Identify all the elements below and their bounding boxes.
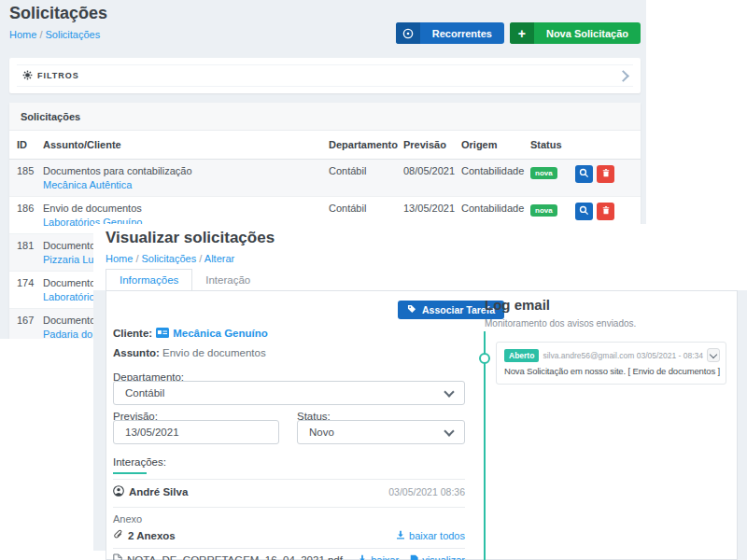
row-id: 174 — [17, 277, 35, 302]
interaction-timestamp: 03/05/2021 08:36 — [388, 486, 465, 497]
divider — [113, 479, 465, 480]
recurrent-button[interactable]: Recorrentes — [396, 22, 504, 44]
magnifier-icon — [579, 204, 589, 218]
row-client-link[interactable]: Mecânica Autêntica — [43, 179, 321, 190]
breadcrumb-home-link[interactable]: Home — [9, 29, 36, 40]
chevron-down-icon — [444, 386, 454, 397]
row-origin: Contabilidade — [461, 165, 523, 190]
paperclip-icon — [113, 529, 123, 541]
forecast-input[interactable] — [113, 420, 279, 444]
interaction-author-row: André Silva 03/05/2021 08:36 — [113, 485, 465, 498]
filters-row: FILTROS — [17, 64, 633, 87]
tag-icon — [407, 304, 416, 315]
subject-value: Envio de documentos — [162, 347, 266, 358]
view-request-button[interactable] — [575, 203, 593, 220]
interaction-author: André Silva — [129, 486, 188, 497]
magnifier-icon — [579, 167, 589, 181]
interactions-section-label: Interações: — [113, 456, 166, 468]
log-email-subtitle: Monitoramento dos avisos enviados. — [485, 318, 636, 329]
gear-icon — [22, 70, 33, 82]
delete-request-button[interactable] — [597, 165, 614, 183]
id-card-icon — [156, 325, 169, 342]
table-header: ID Assunto/Cliente Departamento Previsão… — [9, 131, 641, 160]
department-select[interactable]: Contábil — [113, 381, 465, 405]
breadcrumb-current[interactable]: Alterar — [204, 253, 234, 264]
row-id: 181 — [17, 240, 35, 265]
person-icon — [113, 485, 124, 498]
page-actions: Recorrentes + Nova Solicitação — [396, 22, 641, 44]
view-page-title: Visualizar solicitações — [106, 229, 275, 247]
new-request-button-label: Nova Solicitação — [534, 22, 641, 44]
client-link[interactable]: Mecânica Genuíno — [173, 328, 268, 339]
email-status-badge: Aberto — [504, 349, 539, 362]
col-origin: Origem — [461, 139, 523, 150]
chevron-down-icon — [710, 350, 717, 357]
timeline-node — [479, 353, 490, 364]
row-subject: Documento — [43, 240, 95, 251]
download-file-link[interactable]: baixar — [358, 554, 399, 560]
tab-interacao[interactable]: Interação — [192, 269, 263, 290]
subject-label: Assunto: — [113, 347, 160, 358]
row-subject: Envio de documentos — [43, 203, 142, 214]
log-email-title: Log email — [485, 297, 550, 313]
breadcrumb-separator: / — [135, 253, 138, 264]
row-forecast: 08/05/2021 — [403, 165, 454, 190]
row-id: 186 — [17, 203, 35, 228]
breadcrumb-current[interactable]: Solicitações — [46, 29, 101, 40]
filters-title: FILTROS — [22, 70, 79, 82]
row-id: 185 — [17, 165, 35, 190]
download-all-link[interactable]: baixar todos — [396, 530, 465, 541]
col-id: ID — [17, 139, 35, 150]
col-status: Status — [530, 139, 568, 150]
tab-content-card: Associar Tarefa Cliente: Mecânica Genuín… — [106, 290, 738, 560]
divider — [113, 507, 465, 508]
row-subject: Documento — [43, 315, 95, 326]
breadcrumb: Home / Solicitações — [9, 29, 100, 40]
breadcrumb-section-link[interactable]: Solicitações — [142, 253, 197, 264]
attachment-file-name: NOTA_DE_CORRETAGEM_16_04_2021.pdf — [127, 554, 343, 560]
col-subject: Assunto/Cliente — [43, 139, 321, 150]
teal-underline — [113, 472, 147, 474]
tab-informacoes[interactable]: Informações — [106, 269, 192, 290]
col-department: Departamento — [329, 139, 396, 150]
view-file-link[interactable]: visualizar — [410, 554, 465, 560]
attachment-file-row: NOTA_DE_CORRETAGEM_16_04_2021.pdf baixar… — [113, 553, 465, 560]
email-message: Nova Solicitação em nosso site. [ Envio … — [497, 362, 726, 376]
department-selected-value: Contábil — [125, 387, 164, 399]
log-email-entry: Aberto silva.andre56@gmail.com 03/05/202… — [496, 342, 726, 385]
screen: Solicitações Home / Solicitações Recorre… — [0, 0, 747, 560]
plus-icon: + — [510, 22, 534, 44]
anexo-label: Anexo — [113, 513, 142, 525]
new-request-button[interactable]: + Nova Solicitação — [510, 22, 641, 44]
document-icon — [410, 554, 418, 560]
client-label: Cliente: — [113, 328, 152, 339]
recurrent-button-label: Recorrentes — [420, 22, 504, 44]
delete-request-button[interactable] — [597, 203, 614, 220]
attachments-row: 2 Anexos baixar todos — [113, 529, 465, 541]
download-icon — [358, 554, 367, 560]
row-id: 167 — [17, 315, 35, 339]
breadcrumb-separator: / — [39, 29, 42, 40]
table-row: 185 Documentos para contabilização Mecân… — [9, 160, 641, 197]
tab-bar: Informações Interação — [106, 269, 263, 290]
download-icon — [396, 530, 405, 541]
attachments-count: 2 Anexos — [128, 530, 176, 541]
chevron-down-icon — [444, 426, 454, 436]
file-icon — [113, 553, 122, 560]
page-bg-strip-left — [93, 290, 106, 551]
timeline-line — [484, 331, 486, 560]
view-request-button[interactable] — [575, 165, 593, 183]
row-department: Contábil — [329, 165, 396, 190]
breadcrumb: Home / Solicitações / Alterar — [106, 253, 234, 264]
row-subject: Documentos para contabilização — [43, 165, 192, 176]
expand-email-button[interactable] — [707, 348, 720, 362]
status-select[interactable]: Novo — [297, 420, 465, 444]
trash-icon — [601, 204, 611, 218]
filters-label: FILTROS — [37, 71, 79, 80]
breadcrumb-home-link[interactable]: Home — [106, 253, 133, 264]
trash-icon — [601, 167, 611, 181]
filters-panel[interactable]: FILTROS — [9, 58, 641, 93]
status-badge: nova — [530, 204, 557, 217]
clock-icon — [396, 22, 420, 44]
chevron-right-icon[interactable] — [617, 70, 629, 82]
